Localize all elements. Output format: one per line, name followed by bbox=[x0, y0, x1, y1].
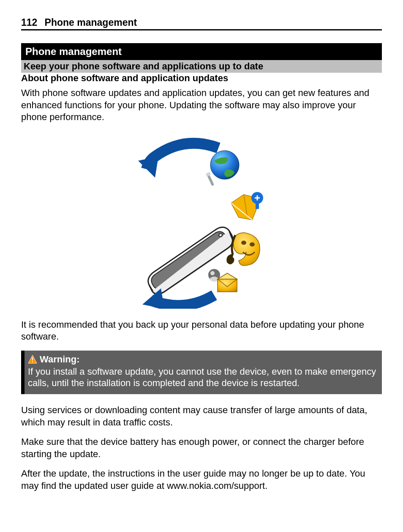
paragraph-battery: Make sure that the device battery has en… bbox=[21, 436, 382, 460]
topic-title: About phone software and application upd… bbox=[21, 73, 382, 85]
subsection-title: Keep your phone software and application… bbox=[21, 60, 382, 73]
phone-update-diagram-icon bbox=[125, 131, 278, 309]
page-number: 112 bbox=[21, 17, 37, 28]
warning-text: If you install a software update, you ca… bbox=[28, 366, 378, 389]
svg-rect-15 bbox=[32, 361, 33, 362]
svg-point-7 bbox=[241, 241, 246, 245]
paragraph-data-costs: Using services or downloading content ma… bbox=[21, 404, 382, 428]
svg-point-8 bbox=[250, 242, 255, 247]
svg-point-4 bbox=[218, 233, 222, 237]
warning-box: Warning: If you install a software updat… bbox=[21, 351, 382, 394]
warning-label: Warning: bbox=[40, 354, 80, 365]
document-page: 112 Phone management Phone management Ke… bbox=[0, 0, 403, 532]
svg-marker-0 bbox=[138, 156, 158, 178]
paragraph-userguide: After the update, the instructions in th… bbox=[21, 468, 382, 492]
svg-point-10 bbox=[210, 271, 215, 275]
paragraph-backup: It is recommended that you back up your … bbox=[21, 319, 382, 343]
svg-rect-14 bbox=[32, 357, 33, 360]
header-section-name bbox=[39, 17, 45, 28]
warning-icon bbox=[28, 355, 37, 364]
section-title: Phone management bbox=[21, 43, 382, 60]
paragraph-intro: With phone software updates and applicat… bbox=[21, 87, 382, 123]
svg-rect-6 bbox=[256, 203, 259, 209]
page-header: 112 Phone management bbox=[21, 17, 382, 30]
warning-heading: Warning: bbox=[28, 354, 378, 365]
update-illustration bbox=[21, 131, 382, 309]
header-section-name-text: Phone management bbox=[45, 17, 137, 28]
